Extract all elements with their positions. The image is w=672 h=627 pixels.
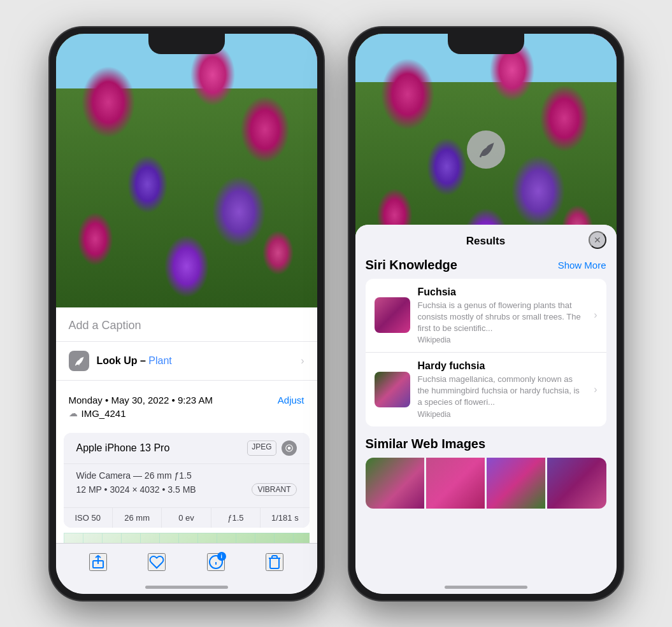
fuchsia-name: Fuchsia [418, 286, 587, 298]
similar-image-2[interactable] [426, 458, 485, 509]
camera-model-row: Apple iPhone 13 Pro JPEG [64, 433, 310, 464]
hardy-fuchsia-text: Hardy fuchsia Fuchsia magellanica, commo… [418, 360, 587, 419]
share-button[interactable] [89, 553, 107, 571]
close-button[interactable]: ✕ [589, 231, 606, 249]
hardy-fuchsia-description: Fuchsia magellanica, commonly known as t… [418, 374, 587, 409]
leaf-siri-icon [476, 140, 496, 159]
caption-area[interactable]: Add a Caption [56, 307, 317, 342]
lookup-chevron-icon: › [301, 355, 304, 367]
results-panel: Results ✕ Siri Knowledge Show More [355, 225, 617, 594]
cloud-icon: ☁ [69, 408, 78, 418]
right-home-indicator [445, 586, 527, 589]
badges-row: JPEG [247, 440, 296, 456]
exif-iso: ISO 50 [64, 508, 113, 528]
knowledge-card: Fuchsia Fuchsia is a genus of flowering … [366, 279, 606, 426]
camera-wide: Wide Camera — 26 mm ƒ1.5 [76, 470, 297, 481]
similar-title: Similar Web Images [366, 437, 606, 451]
camera-section: Apple iPhone 13 Pro JPEG Wide Camera — 2… [64, 433, 310, 528]
fuchsia-item[interactable]: Fuchsia Fuchsia is a genus of flowering … [366, 279, 606, 353]
fuchsia-description: Fuchsia is a genus of flowering plants t… [418, 300, 587, 335]
aperture-icon [285, 444, 294, 453]
exif-row: ISO 50 26 mm 0 ev ƒ1.5 1/181 s [64, 507, 310, 528]
results-content[interactable]: Siri Knowledge Show More Fuchsia Fuchsia… [355, 255, 617, 586]
svg-point-0 [287, 446, 290, 449]
similar-image-4[interactable] [547, 458, 606, 509]
leaf-icon [73, 355, 85, 367]
results-title: Results [466, 235, 505, 248]
camera-details: Wide Camera — 26 mm ƒ1.5 12 MP • 3024 × … [64, 464, 310, 507]
notch [148, 34, 225, 54]
format-badge: JPEG [247, 440, 276, 456]
flower-background [56, 34, 317, 307]
exif-shutter: 1/181 s [261, 508, 309, 528]
photo-info-section: Monday • May 30, 2022 • 9:23 AM Adjust ☁… [56, 386, 317, 428]
hardy-fuchsia-name: Hardy fuchsia [418, 360, 587, 372]
vibrant-badge: VIBRANT [252, 483, 296, 496]
fuchsia-chevron-icon: › [594, 309, 597, 321]
filename: IMG_4241 [82, 408, 126, 419]
similar-images-row[interactable] [366, 458, 606, 509]
specs-text: 12 MP • 3024 × 4032 • 3.5 MB [76, 484, 196, 495]
heart-icon [149, 554, 164, 570]
hardy-fuchsia-thumbnail [375, 372, 410, 407]
info-button[interactable]: i [207, 553, 225, 571]
similar-image-1[interactable] [366, 458, 424, 509]
adjust-button[interactable]: Adjust [278, 395, 304, 405]
trash-button[interactable] [266, 553, 283, 571]
share-icon [90, 554, 106, 570]
fuchsia-text: Fuchsia Fuchsia is a genus of flowering … [418, 286, 587, 345]
hardy-chevron-icon: › [594, 384, 597, 395]
exif-aperture: ƒ1.5 [211, 508, 261, 528]
siri-button[interactable] [467, 130, 505, 169]
similar-image-3[interactable] [487, 458, 545, 509]
info-badge: i [217, 552, 226, 561]
left-photo-area[interactable] [56, 34, 317, 307]
fuchsia-thumbnail [375, 297, 410, 333]
exif-focal: 26 mm [113, 508, 162, 528]
caption-placeholder[interactable]: Add a Caption [69, 319, 141, 332]
hardy-fuchsia-item[interactable]: Hardy fuchsia Fuchsia magellanica, commo… [366, 353, 606, 426]
date-row: Monday • May 30, 2022 • 9:23 AM Adjust [69, 395, 304, 405]
home-indicator [145, 586, 228, 589]
camera-specs-row: 12 MP • 3024 × 4032 • 3.5 MB VIBRANT [76, 483, 297, 496]
lookup-row[interactable]: Look Up – Plant › [56, 342, 317, 381]
settings-icon-btn[interactable] [282, 440, 297, 456]
right-notch [448, 34, 524, 54]
lookup-text: Look Up – Plant [97, 355, 172, 367]
exif-ev: 0 ev [162, 508, 211, 528]
right-phone: Results ✕ Siri Knowledge Show More [349, 27, 623, 600]
hardy-fuchsia-source: Wikipedia [418, 410, 587, 419]
similar-section: Similar Web Images [366, 437, 606, 509]
left-phone: Add a Caption Look Up – Plant › Monday •… [50, 27, 324, 600]
siri-knowledge-title: Siri Knowledge [366, 258, 457, 272]
filename-row: ☁ IMG_4241 [69, 408, 304, 419]
siri-knowledge-header: Siri Knowledge Show More [366, 258, 606, 272]
phones-container: Add a Caption Look Up – Plant › Monday •… [50, 27, 623, 600]
date-text: Monday • May 30, 2022 • 9:23 AM [69, 395, 213, 405]
trash-icon [267, 554, 282, 570]
heart-button[interactable] [148, 553, 166, 571]
left-phone-screen: Add a Caption Look Up – Plant › Monday •… [56, 34, 317, 594]
right-phone-screen: Results ✕ Siri Knowledge Show More [355, 34, 617, 594]
show-more-button[interactable]: Show More [558, 260, 606, 271]
fuchsia-source: Wikipedia [418, 335, 587, 344]
lookup-icon [69, 351, 89, 371]
camera-model: Apple iPhone 13 Pro [76, 442, 170, 454]
results-header: Results ✕ [355, 225, 617, 255]
